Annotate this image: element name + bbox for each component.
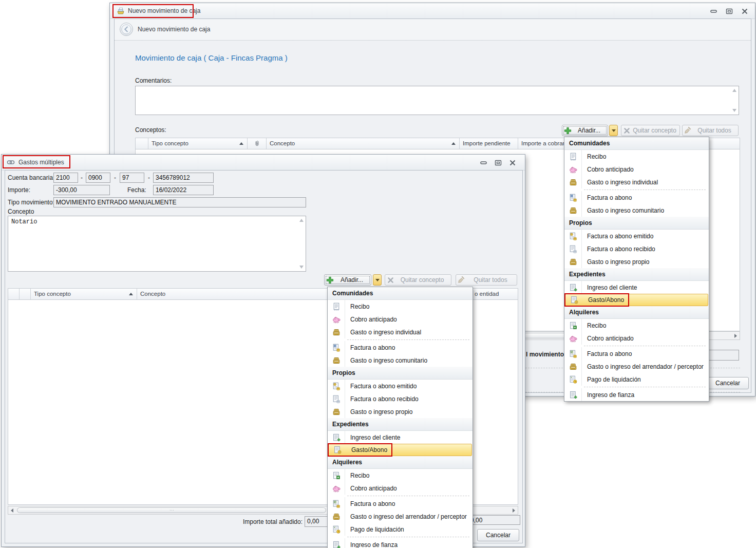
menu-item-recibo[interactable]: Recibo [564, 150, 709, 163]
cancel-button[interactable]: Cancelar [477, 529, 519, 541]
cuenta-part-4-field[interactable]: 3456789012 [153, 173, 214, 183]
tipo-movimiento-field[interactable]: MOVIMIENTO ENTRADO MANUALMENTE [53, 197, 306, 207]
menu-section-header: Comunidades [328, 287, 472, 300]
column-blank[interactable] [20, 289, 31, 299]
restore-button[interactable] [724, 7, 734, 15]
menu-item-cobro-anticipado[interactable]: Cobro anticipado [328, 313, 472, 326]
add-dropdown-button[interactable] [609, 125, 618, 136]
comentarios-textarea[interactable] [135, 86, 739, 115]
menu-item-gasto-o-ingreso-comunitario[interactable]: Gasto o ingreso comunitario [328, 354, 472, 367]
add-dropdown-button[interactable] [373, 274, 382, 286]
menu-item-ingreso-de-fianza[interactable]: Ingreso de fianza [564, 388, 709, 401]
menu-item-factura-o-abono-emitido[interactable]: Factura o abono emitido [564, 230, 709, 242]
menu-item-cobro-anticipado[interactable]: Cobro anticipado [328, 482, 472, 495]
menu-item-recibo[interactable]: Recibo [328, 300, 472, 313]
menu-item-factura-o-abono-recibido[interactable]: Factura o abono recibido [564, 242, 709, 255]
menu-item-label: Cobro anticipado [581, 335, 634, 342]
importe-field[interactable]: -300,00 [53, 185, 110, 195]
piggy-bank-icon [328, 484, 345, 493]
minimize-button[interactable] [708, 7, 719, 15]
menu-item-ingreso-del-cliente[interactable]: Ingreso del cliente [328, 431, 472, 444]
menu-item-label: Pago de liquidación [581, 376, 641, 383]
remove-all-button[interactable]: Quitar todos [682, 125, 739, 136]
menu-item-factura-o-abono-emitido[interactable]: Factura o abono emitido [328, 380, 472, 392]
column-tipo-concepto[interactable]: Tipo concepto [31, 289, 137, 299]
menu-item-cobro-anticipado[interactable]: Cobro anticipado [564, 332, 709, 345]
menu-item-gasto-o-ingreso-comunitario[interactable]: Gasto o ingreso comunitario [564, 204, 709, 217]
scrollbar-thumb[interactable] [17, 507, 326, 513]
add-button[interactable]: Añadir... [562, 125, 608, 136]
menu-item-label: Gasto o ingreso propio [345, 408, 412, 415]
menu-item-gasto-o-ingreso-individual[interactable]: Gasto o ingreso individual [328, 326, 472, 338]
menu-item-recibo[interactable]: Recibo [564, 319, 709, 332]
menu-item-factura-o-abono[interactable]: Factura o abono [564, 191, 709, 204]
invoice-v-icon [564, 350, 581, 358]
doc-plus-icon [328, 433, 345, 442]
piggy-bank-icon [564, 165, 581, 174]
menu-item-gasto-abono[interactable]: Gasto/Abono [565, 294, 708, 306]
x-icon [385, 277, 395, 284]
paperclip-icon [254, 140, 260, 147]
menu-item-label: Gasto o ingreso propio [581, 258, 649, 266]
cuenta-part-3-field[interactable]: 97 [120, 173, 144, 183]
cash-register-icon [117, 7, 125, 15]
concepto-textarea[interactable]: Notario [8, 216, 306, 272]
doc-coin-icon [565, 296, 582, 304]
menu-item-gasto-o-ingreso-del-arrendador-perceptor[interactable]: Gasto o ingreso del arrendador / percept… [564, 360, 709, 373]
remove-concept-button[interactable]: Quitar concepto [385, 274, 451, 286]
close-button[interactable] [507, 159, 518, 166]
column-partial-entidad: o entidad [475, 289, 499, 299]
menu-item-gasto-o-ingreso-propio[interactable]: Gasto o ingreso propio [564, 255, 709, 268]
menu-item-gasto-o-ingreso-individual[interactable]: Gasto o ingreso individual [564, 176, 709, 188]
titlebar[interactable]: Gastos múltiples [2, 155, 525, 171]
menu-item-pago-de-liquidación[interactable]: Pago de liquidación [564, 373, 709, 386]
menu-item-factura-o-abono[interactable]: Factura o abono [564, 347, 709, 360]
menu-item-gasto-o-ingreso-propio[interactable]: Gasto o ingreso propio [328, 405, 472, 418]
minimize-button[interactable] [478, 159, 489, 166]
scroll-up-arrow[interactable] [732, 89, 736, 92]
menu-item-gasto-abono[interactable]: Gasto/Abono [328, 444, 472, 456]
menu-item-ingreso-del-cliente[interactable]: Ingreso del cliente [564, 281, 709, 294]
scroll-left-arrow[interactable] [8, 506, 16, 514]
comentarios-label: Comentarios: [135, 77, 172, 84]
cuenta-part-1-field[interactable]: 2100 [53, 173, 78, 183]
menu-item-factura-o-abono-recibido[interactable]: Factura o abono recibido [328, 392, 472, 405]
menu-item-label: Recibo [581, 322, 606, 329]
menu-item-cobro-anticipado[interactable]: Cobro anticipado [564, 163, 709, 176]
receipt-icon [328, 303, 345, 311]
menu-item-ingreso-de-fianza[interactable]: Ingreso de fianza [328, 538, 472, 548]
back-button[interactable] [120, 23, 133, 36]
cancel-button[interactable]: Cancelar [707, 377, 749, 389]
menu-item-gasto-o-ingreso-del-arrendador-perceptor[interactable]: Gasto o ingreso del arrendador / percept… [328, 510, 472, 523]
scroll-right-arrow[interactable] [732, 332, 740, 339]
remove-concept-button[interactable]: Quitar concepto [621, 125, 680, 136]
titlebar[interactable]: Nuevo movimiento de caja [110, 3, 755, 19]
fecha-field[interactable]: 16/02/2022 [153, 185, 214, 195]
chevron-down-icon [612, 129, 616, 132]
close-button[interactable] [739, 7, 750, 15]
menu-item-factura-o-abono[interactable]: Factura o abono [328, 341, 472, 354]
remove-all-button[interactable]: Quitar todos [456, 274, 517, 286]
menu-item-factura-o-abono[interactable]: Factura o abono [328, 497, 472, 510]
column-attachment[interactable] [248, 138, 267, 149]
concepto-label: Concepto [8, 208, 34, 215]
column-blank[interactable] [8, 289, 20, 299]
menu-item-label: Factura o abono recibido [345, 395, 419, 403]
menu-item-recibo[interactable]: Recibo [328, 469, 472, 482]
cuenta-part-2-field[interactable]: 0900 [86, 173, 110, 183]
column-blank[interactable] [136, 138, 148, 149]
restore-button[interactable] [493, 159, 503, 166]
cuenta-bancaria-label: Cuenta bancaria: [8, 174, 54, 181]
scroll-right-arrow[interactable] [510, 506, 518, 514]
receipt-icon [564, 153, 581, 161]
scroll-down-arrow[interactable] [732, 109, 736, 112]
menu-item-pago-de-liquidación[interactable]: Pago de liquidación [328, 523, 472, 536]
scroll-up-arrow[interactable] [299, 219, 304, 222]
invoice-h-icon [328, 344, 345, 352]
column-tipo-concepto[interactable]: Tipo concepto [148, 138, 248, 149]
add-button[interactable]: Añadir... [324, 274, 371, 286]
cash-box-icon [328, 408, 345, 416]
scroll-down-arrow[interactable] [299, 266, 304, 269]
column-importe-pendiente[interactable]: Importe pendiente [460, 138, 518, 149]
column-concepto[interactable]: Concepto [267, 138, 460, 149]
